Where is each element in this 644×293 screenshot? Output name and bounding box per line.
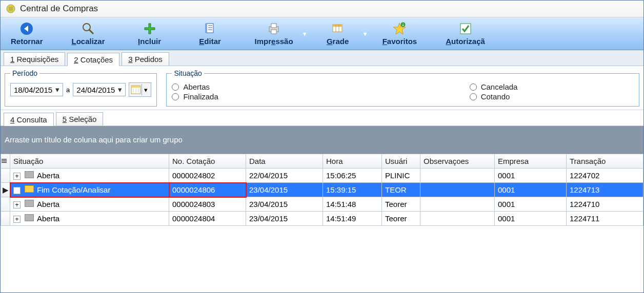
cell-hora: 14:51:48	[323, 197, 382, 212]
cell-no: 0000024804	[169, 212, 246, 226]
column-selector[interactable]	[1, 154, 10, 169]
period-separator: a	[66, 86, 70, 94]
grade-button[interactable]: Grade ▼	[315, 19, 361, 48]
autorizacao-button[interactable]: Autorizaçã	[438, 19, 492, 48]
results-grid: Situação No. Cotação Data Hora Usuári Ob…	[1, 154, 643, 226]
star-icon: +	[392, 22, 407, 36]
svg-rect-26	[2, 160, 7, 161]
dropdown-caret-icon[interactable]: ▾	[55, 85, 59, 94]
grade-label: Grade	[327, 37, 349, 46]
table-row[interactable]: +Aberta000002480323/04/201514:51:48Teore…	[1, 197, 643, 212]
expand-icon[interactable]: +	[13, 201, 21, 208]
radio-finalizada-label: Finalizada	[183, 92, 218, 101]
favoritos-button[interactable]: + Favoritos	[375, 19, 425, 48]
col-situacao[interactable]: Situação	[10, 154, 169, 169]
cell-data: 23/04/2015	[246, 212, 323, 226]
expand-icon[interactable]: +	[13, 173, 21, 180]
cell-obs	[420, 212, 495, 226]
folder-icon	[25, 200, 34, 207]
col-empresa[interactable]: Empresa	[495, 154, 567, 169]
date-to-input[interactable]: 24/04/2015 ▾	[73, 83, 126, 96]
svg-rect-27	[2, 162, 7, 163]
cell-transacao: 1224702	[567, 169, 643, 183]
cell-situacao: +Aberta	[10, 197, 169, 212]
cell-no: 0000024806	[169, 183, 246, 197]
favoritos-label: Favoritos	[383, 37, 417, 46]
dropdown-caret-icon[interactable]: ▼	[302, 31, 308, 37]
radio-cancelada[interactable]: Cancelada	[470, 82, 634, 91]
autorizacao-label: Autorizaçã	[446, 37, 485, 46]
main-tabs: 1 Requisições 2 Cotações 3 Pedidos	[1, 50, 643, 66]
editar-label: Editar	[199, 37, 221, 46]
radio-abertas[interactable]: Abertas	[172, 82, 336, 91]
cell-hora: 15:39:15	[323, 183, 382, 197]
cell-no: 0000024802	[169, 169, 246, 183]
localizar-button[interactable]: Localizar	[65, 19, 112, 48]
impressao-button[interactable]: Impressão ▼	[248, 19, 300, 48]
cell-empresa: 0001	[495, 169, 567, 183]
group-drop-area[interactable]: Arraste um título de coluna aqui para cr…	[1, 126, 643, 154]
expand-icon[interactable]: +	[13, 187, 21, 194]
cell-data: 22/04/2015	[246, 169, 323, 183]
col-hora[interactable]: Hora	[323, 154, 382, 169]
row-indicator: ▶	[1, 183, 10, 197]
calendar-icon	[130, 84, 142, 95]
col-data[interactable]: Data	[246, 154, 323, 169]
date-to-value: 24/04/2015	[76, 86, 115, 94]
radio-cancelada-label: Cancelada	[481, 82, 518, 91]
cell-empresa: 0001	[495, 183, 567, 197]
cell-empresa: 0001	[495, 197, 567, 212]
expand-icon[interactable]: +	[13, 216, 21, 223]
calendar-button[interactable]: ▾	[129, 82, 151, 97]
date-from-input[interactable]: 18/04/2015 ▾	[10, 83, 63, 96]
tab-pedidos[interactable]: 3 Pedidos	[122, 52, 169, 66]
dropdown-caret-icon[interactable]: ▾	[118, 85, 122, 94]
period-fieldset: Período 18/04/2015 ▾ a 24/04/2015 ▾ ▾	[5, 69, 157, 107]
radio-cotando[interactable]: Cotando	[470, 92, 634, 101]
svg-rect-25	[2, 159, 7, 160]
cell-transacao: 1224710	[567, 197, 643, 212]
table-row[interactable]: ▶+Fim Cotação/Analisar000002480623/04/20…	[1, 183, 643, 197]
radio-cotando-label: Cotando	[481, 92, 510, 101]
svg-rect-12	[271, 30, 276, 34]
cell-usuario: Teorer	[382, 197, 420, 212]
situacao-text: Fim Cotação/Analisar	[37, 185, 110, 194]
table-row[interactable]: +Aberta000002480222/04/201515:06:25PLINI…	[1, 169, 643, 183]
table-row[interactable]: +Aberta000002480423/04/201514:51:49Teore…	[1, 212, 643, 226]
cell-hora: 15:06:25	[323, 169, 382, 183]
localizar-label: Localizar	[72, 37, 105, 46]
incluir-button[interactable]: Incluir	[127, 19, 173, 48]
radio-abertas-label: Abertas	[183, 82, 210, 91]
cell-no: 0000024803	[169, 197, 246, 212]
cell-transacao: 1224713	[567, 183, 643, 197]
radio-icon	[172, 93, 179, 100]
editar-button[interactable]: Editar	[187, 19, 233, 48]
dropdown-caret-icon[interactable]: ▼	[363, 31, 368, 37]
radio-icon	[470, 83, 477, 91]
col-usuario[interactable]: Usuári	[382, 154, 420, 169]
filter-panel: Período 18/04/2015 ▾ a 24/04/2015 ▾ ▾ Si…	[1, 66, 643, 110]
situacao-text: Aberta	[37, 214, 59, 223]
tab-consulta[interactable]: 4 Consulta	[4, 113, 54, 126]
svg-rect-11	[271, 24, 276, 28]
row-indicator	[1, 197, 10, 212]
retornar-label: Retornar	[11, 37, 43, 46]
radio-finalizada[interactable]: Finalizada	[172, 92, 336, 101]
row-indicator	[1, 212, 10, 226]
dropdown-caret-icon[interactable]: ▾	[142, 84, 150, 95]
cell-data: 23/04/2015	[246, 197, 323, 212]
tab-selecao[interactable]: 5 Seleção	[56, 112, 104, 125]
tab-cotacoes[interactable]: 2 Cotações	[67, 53, 119, 66]
period-legend: Período	[10, 69, 39, 77]
col-obs[interactable]: Observaçoes	[420, 154, 495, 169]
col-no[interactable]: No. Cotação	[169, 154, 246, 169]
main-toolbar: Retornar Localizar Incluir Editar Impres…	[1, 17, 643, 50]
cell-usuario: PLINIC	[382, 169, 420, 183]
retornar-button[interactable]: Retornar	[4, 19, 50, 48]
tab-requisicoes[interactable]: 1 Requisições	[4, 52, 65, 66]
col-transacao[interactable]: Transação	[567, 154, 643, 169]
grid-icon	[331, 22, 345, 36]
cell-situacao: +Fim Cotação/Analisar	[10, 183, 169, 197]
svg-point-3	[83, 24, 90, 31]
cell-obs	[420, 169, 495, 183]
